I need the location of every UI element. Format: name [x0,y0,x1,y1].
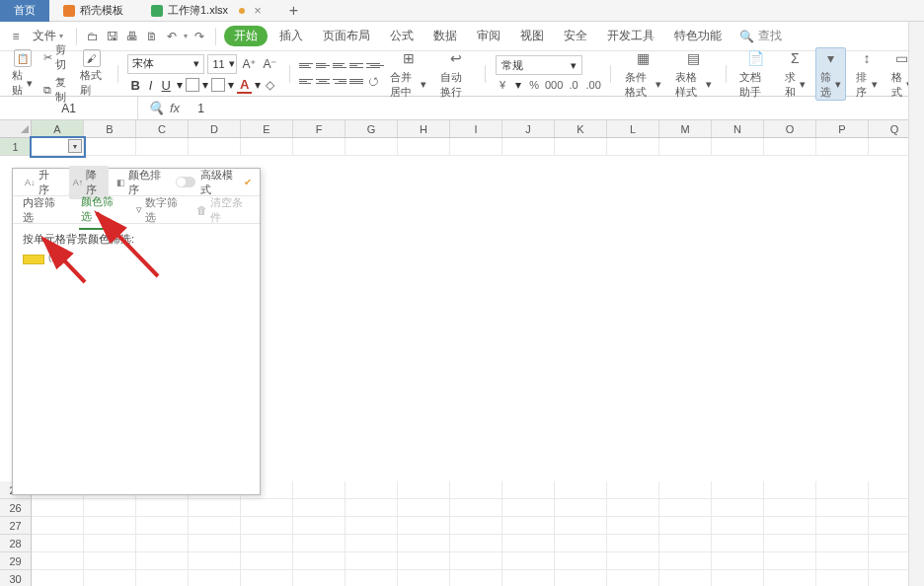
cell-reference-box[interactable]: A1 [0,97,138,119]
col-header-P[interactable]: P [816,120,869,137]
cell-H28[interactable] [398,535,450,552]
cell-O30[interactable] [764,570,816,586]
font-name-select[interactable]: 宋体▾ [127,54,204,74]
cell-N27[interactable] [712,517,764,535]
cell-I28[interactable] [450,535,502,552]
currency-icon[interactable]: ¥ [496,78,509,92]
cell-P1[interactable] [816,138,869,156]
cell-A30[interactable] [32,570,84,586]
cell-A1[interactable]: ▼ [32,138,84,156]
cell-E26[interactable] [241,499,293,517]
decrease-font-icon[interactable]: A⁻ [261,57,278,71]
cell-N28[interactable] [712,535,764,552]
col-header-N[interactable]: N [712,120,764,137]
wrap-text-button[interactable]: ↩ 自动换行 [436,48,475,100]
cell-I29[interactable] [450,552,502,570]
cell-A27[interactable] [32,517,84,535]
orientation-icon[interactable]: ⭯ [366,74,380,88]
cell-E1[interactable] [241,138,293,156]
cell-K29[interactable] [555,552,607,570]
cell-H27[interactable] [398,517,450,535]
increase-decimal-icon[interactable]: .0 [567,78,580,92]
col-header-I[interactable]: I [450,120,502,137]
clear-filter-button[interactable]: 🗑清空条件 [196,195,252,225]
undo-dropdown-icon[interactable]: ▾ [184,32,188,40]
align-middle-icon[interactable] [316,59,330,71]
cell-J1[interactable] [502,138,555,156]
cell-G26[interactable] [346,499,398,517]
fill-color-button[interactable] [211,78,225,92]
cell-L26[interactable] [607,499,659,517]
cell-G30[interactable] [346,570,398,586]
cell-J26[interactable] [502,499,555,517]
cell-F30[interactable] [293,570,346,586]
print-icon[interactable]: 🖶 [124,29,140,44]
cell-K1[interactable] [555,138,607,156]
cell-J27[interactable] [502,517,555,535]
cell-C26[interactable] [136,499,189,517]
bold-button[interactable]: B [127,78,142,93]
copy-icon[interactable]: ⧉ [42,83,52,97]
cell-J30[interactable] [502,570,555,586]
cell-K27[interactable] [555,517,607,535]
cell-P26[interactable] [816,499,869,517]
scissors-icon[interactable]: ✂ [42,50,52,64]
clear-format-icon[interactable]: ◇ [264,78,276,92]
indent-increase-icon[interactable] [366,59,380,71]
italic-button[interactable]: I [146,78,156,93]
print-preview-icon[interactable]: 🗎 [144,29,160,44]
cell-L28[interactable] [607,535,659,552]
cell-P29[interactable] [816,552,869,570]
cell-D30[interactable] [189,570,241,586]
cell-C30[interactable] [136,570,189,586]
cell-M27[interactable] [659,517,712,535]
cell-O25[interactable] [764,481,816,499]
cell-J29[interactable] [502,552,555,570]
cell-B26[interactable] [84,499,136,517]
comma-icon[interactable]: 000 [547,78,561,92]
percent-icon[interactable]: % [527,78,541,92]
cell-D26[interactable] [189,499,241,517]
merge-center-button[interactable]: ⊞ 合并居中▾ [386,48,430,100]
hamburger-icon[interactable]: ≡ [8,29,24,44]
cell-I25[interactable] [450,481,502,499]
align-right-icon[interactable] [333,75,346,87]
cell-K26[interactable] [555,499,607,517]
cell-A28[interactable] [32,535,84,552]
cell-L1[interactable] [607,138,659,156]
col-header-A[interactable]: A [32,120,84,137]
col-header-K[interactable]: K [555,120,607,137]
filter-button[interactable]: ▾ 筛选▾ [815,47,846,101]
cond-format-button[interactable]: ▦ 条件格式▾ [621,48,665,100]
tab-home[interactable]: 首页 [0,0,49,22]
cell-F25[interactable] [293,481,346,499]
cell-E28[interactable] [241,535,293,552]
cell-P28[interactable] [816,535,869,552]
cell-N29[interactable] [712,552,764,570]
close-tab-icon[interactable]: × [254,3,262,18]
row-header-1[interactable]: 1 [0,138,32,156]
cell-P27[interactable] [816,517,869,535]
cell-F1[interactable] [293,138,346,156]
col-header-G[interactable]: G [346,120,398,137]
ribbon-tab-view[interactable]: 视图 [512,24,552,48]
cell-D1[interactable] [189,138,241,156]
cell-D29[interactable] [189,552,241,570]
cell-H1[interactable] [398,138,450,156]
sum-button[interactable]: Σ 求和▾ [781,48,809,100]
cell-M26[interactable] [659,499,712,517]
adv-mode-toggle[interactable] [176,177,195,187]
cell-L25[interactable] [607,481,659,499]
cell-D27[interactable] [189,517,241,535]
ribbon-tab-special[interactable]: 特色功能 [666,24,730,48]
decrease-decimal-icon[interactable]: .00 [586,78,600,92]
cell-G27[interactable] [346,517,398,535]
cell-E29[interactable] [241,552,293,570]
cell-P25[interactable] [816,481,869,499]
save-icon[interactable]: 🖫 [105,29,120,44]
cell-H30[interactable] [398,570,450,586]
border-button[interactable] [186,78,199,92]
row-header-29[interactable]: 29 [0,552,32,570]
cut-label[interactable]: 剪切 [55,42,70,72]
number-filter-button[interactable]: ▿数字筛选 [136,195,187,225]
